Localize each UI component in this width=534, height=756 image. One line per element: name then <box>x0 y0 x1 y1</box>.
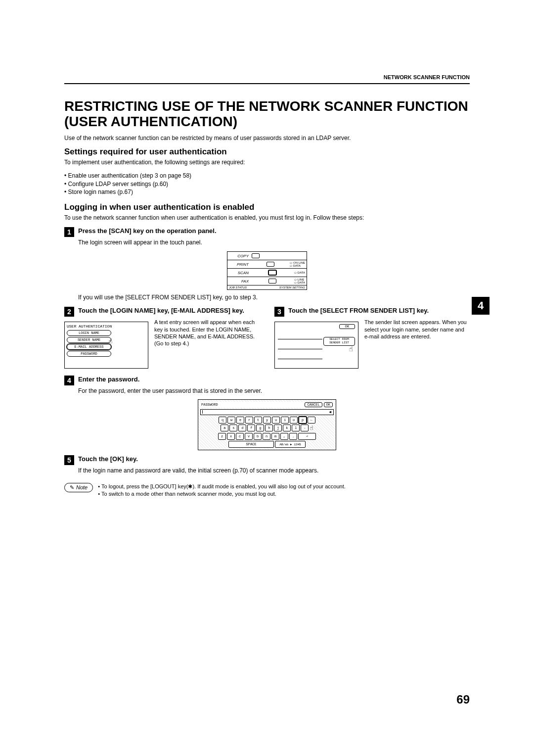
panel-button <box>268 270 276 275</box>
key: v <box>245 433 253 440</box>
panel-fax-label: FAX <box>229 279 249 284</box>
panel-scan-label: SCAN <box>229 271 249 275</box>
step5-desc: If the login name and password are valid… <box>78 467 470 475</box>
step-number: 4 <box>64 376 74 385</box>
key: i <box>281 417 289 424</box>
bullet-item: • Configure LDAP server settings (p.60) <box>64 180 470 189</box>
key: y <box>263 417 271 424</box>
bullet-list: • Enable user authentication (step 3 on … <box>64 172 470 196</box>
horizontal-rule <box>64 83 470 84</box>
mode-key: AB/ab ▶ 12#$ <box>275 441 306 448</box>
settings-intro: To implement user authentication, the fo… <box>64 159 470 167</box>
step4-desc: For the password, enter the user passwor… <box>78 387 470 395</box>
note-line: • To logout, press the [LOGOUT] key(✱). … <box>98 483 346 490</box>
space-key: SPACE <box>228 441 274 448</box>
cancel-button: CANCEL <box>305 402 322 407</box>
key: w <box>227 417 235 424</box>
key: l <box>292 425 300 431</box>
step-number: 2 <box>64 307 74 317</box>
panel-systemsetting-label: SYSTEM SETTING <box>279 286 305 289</box>
key: , <box>280 433 288 440</box>
key: p <box>299 417 307 424</box>
step-number: 3 <box>274 307 284 317</box>
key: m <box>271 433 279 440</box>
key: k <box>283 425 291 431</box>
intro-text: Use of the network scanner function can … <box>64 135 470 142</box>
subheading-logging: Logging in when user authentication is e… <box>64 202 470 212</box>
sender-list-diagram: OK SELECT FROM SENDER LIST ☝ <box>274 322 358 369</box>
key: n <box>263 433 270 440</box>
step-number: 1 <box>64 227 74 237</box>
ok-button: OK <box>339 324 355 329</box>
step-title: Enter the password. <box>78 376 139 383</box>
key: c <box>236 433 244 440</box>
key: h <box>265 425 273 431</box>
step-title: Touch the [OK] key. <box>78 455 138 463</box>
step-title: Touch the [LOGIN NAME] key, [E-MAIL ADDR… <box>78 307 244 315</box>
key: f <box>247 425 255 431</box>
step-number: 5 <box>64 455 74 465</box>
key: r <box>245 417 253 424</box>
password-keyboard-diagram: PASSWORD CANCEL OK ◀ q w e r t y u i o p… <box>198 399 336 450</box>
ok-button: OK <box>324 402 333 407</box>
key: o <box>290 417 298 424</box>
key: . <box>289 433 297 440</box>
subheading-settings: Settings required for user authenticatio… <box>64 147 470 157</box>
page-number: 69 <box>456 693 470 707</box>
login-name-button: LOGIN NAME <box>67 330 111 336</box>
panel-button <box>252 253 260 258</box>
note-badge: Note <box>64 483 93 492</box>
panel-button <box>267 262 274 267</box>
key: s <box>229 425 237 431</box>
key: g <box>256 425 264 431</box>
hand-pointer-icon: ☝ <box>349 345 353 353</box>
bullet-item: • Store login names (p.67) <box>64 188 470 196</box>
kb-title: PASSWORD <box>201 403 218 407</box>
key: u <box>272 417 280 424</box>
step1-after-note: If you will use the [SELECT FROM SENDER … <box>78 294 470 301</box>
select-from-sender-button: SELECT FROM SENDER LIST <box>323 337 355 345</box>
password-button: PASSWORD <box>67 351 111 357</box>
step2-text: A text entry screen will appear when eac… <box>154 319 260 347</box>
key: b <box>254 433 262 440</box>
panel-print-label: PRINT <box>229 262 249 267</box>
section-header: NETWORK SCANNER FUNCTION <box>64 74 470 80</box>
chapter-tab: 4 <box>472 297 490 315</box>
key: e <box>236 417 244 424</box>
panel-copy-label: COPY <box>229 254 249 258</box>
key: j <box>274 425 282 431</box>
diagram-title: USER AUTHENTICATION <box>67 324 146 329</box>
key: q <box>219 417 226 424</box>
note-text: • To logout, press the [LOGOUT] key(✱). … <box>98 483 346 498</box>
step-title: Touch the [SELECT FROM SENDER LIST] key. <box>288 307 429 315</box>
key: t <box>254 417 262 424</box>
enter-key: ⏎ <box>298 433 316 440</box>
key: a <box>221 425 228 431</box>
hand-pointer-icon: ☝ <box>108 337 112 345</box>
key: x <box>227 433 235 440</box>
step-title: Press the [SCAN] key on the operation pa… <box>78 227 217 235</box>
step3-text: The sender list screen appears. When you… <box>364 319 470 340</box>
backspace-key: ← <box>308 417 315 424</box>
led-label: DATA <box>294 281 305 284</box>
page-title: RESTRICTING USE OF THE NETWORK SCANNER F… <box>64 99 470 130</box>
key: - <box>301 425 309 431</box>
step-desc: The login screen will appear in the touc… <box>78 239 470 247</box>
key: d <box>238 425 246 431</box>
hand-pointer-icon: ☝ <box>310 425 313 432</box>
user-auth-diagram: USER AUTHENTICATION LOGIN NAME SENDER NA… <box>64 322 148 369</box>
panel-button <box>268 279 276 284</box>
led-label: DATA <box>294 271 305 274</box>
bullet-item: • Enable user authentication (step 3 on … <box>64 172 470 180</box>
note-line: • To switch to a mode other than network… <box>98 490 346 498</box>
key: z <box>218 433 226 440</box>
panel-jobstatus-label: JOB STATUS <box>229 286 247 289</box>
email-address-button: E-MAIL ADDRESS <box>67 344 111 350</box>
password-input-display: ◀ <box>200 409 334 415</box>
logging-intro: To use the network scanner function when… <box>64 214 470 222</box>
operation-panel-diagram: COPY PRINTON LINEDATA SCANDATA FAXLINEDA… <box>227 251 307 290</box>
led-label: DATA <box>290 264 305 267</box>
sender-name-button: SENDER NAME <box>67 337 111 343</box>
